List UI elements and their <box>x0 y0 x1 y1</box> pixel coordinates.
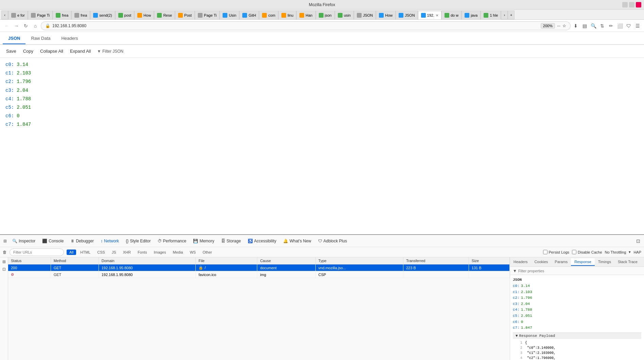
browser-tab-t3[interactable]: frea <box>53 11 71 19</box>
devtools-tab-whats_new[interactable]: 🔔What's New <box>280 237 315 245</box>
persist-logs-checkbox[interactable] <box>543 250 547 254</box>
home-button[interactable]: ⌂ <box>31 22 39 30</box>
network-table-row[interactable]: ⊘GET192.168.1.95:8080favicon.icoimgCSP <box>8 271 510 278</box>
disable-cache-checkbox[interactable] <box>572 250 576 254</box>
browser-tab-t17[interactable]: usin <box>335 11 354 19</box>
maximize-button[interactable] <box>629 2 634 7</box>
devtools-tab-accessibility[interactable]: ♿Accessibility <box>244 237 280 245</box>
edit-icon[interactable]: ✏ <box>607 22 615 30</box>
json-viewer-tab-headers[interactable]: Headers <box>56 33 83 44</box>
response-tab-params[interactable]: Params <box>551 258 571 266</box>
browser-tab-t21[interactable]: 192.✕ <box>418 11 441 19</box>
filter-type-all[interactable]: All <box>67 250 76 255</box>
network-side-icon2[interactable]: ⊡ <box>1 266 7 272</box>
filter-type-html[interactable]: HTML <box>77 250 93 255</box>
tab-prev-button[interactable]: ‹ <box>1 11 8 19</box>
browser-tab-t24[interactable]: 1 hle <box>481 11 501 19</box>
menu-button[interactable]: ☰ <box>634 22 641 30</box>
payload-header[interactable]: ▼ Response Payload <box>513 333 641 339</box>
json-viewer-tab-raw-data[interactable]: Raw Data <box>25 33 56 44</box>
sidebar-icon[interactable]: ▤ <box>581 22 588 30</box>
throttling-dropdown-icon[interactable]: ▾ <box>629 250 631 254</box>
response-tab-cookies[interactable]: Cookies <box>531 258 552 266</box>
response-tab-headers[interactable]: Headers <box>510 258 531 266</box>
close-button[interactable] <box>636 2 641 7</box>
browser-tab-t14[interactable]: linu <box>278 11 296 19</box>
tab-search-icon[interactable]: 🔍 <box>590 22 597 30</box>
response-tab-response[interactable]: Response <box>571 258 595 266</box>
zoom-badge[interactable]: 200% <box>541 23 555 29</box>
forward-button[interactable]: → <box>12 22 20 30</box>
filter-type-fonts[interactable]: Fonts <box>135 250 150 255</box>
browser-tab-t15[interactable]: Han <box>296 11 315 19</box>
filter-type-other[interactable]: Other <box>200 250 215 255</box>
browser-tab-t2[interactable]: Page Ti <box>28 11 53 19</box>
devtools-tab-console[interactable]: ⬛Console <box>39 237 67 245</box>
new-tab-button[interactable]: + <box>508 11 515 19</box>
pocket-icon[interactable]: ⬜ <box>616 22 624 30</box>
network-col-size[interactable]: Size <box>469 257 509 264</box>
json-action-collapse-all[interactable]: Collapse All <box>38 47 65 55</box>
devtools-tab-network[interactable]: ↕Network <box>97 237 122 245</box>
filter-type-media[interactable]: Media <box>170 250 186 255</box>
browser-tab-t23[interactable]: java <box>462 11 481 19</box>
browser-tab-t4[interactable]: frea <box>71 11 90 19</box>
network-col-cause[interactable]: Cause <box>257 257 315 264</box>
json-action-save[interactable]: Save <box>4 47 18 55</box>
browser-tab-t9[interactable]: Post <box>175 11 195 19</box>
filter-type-images[interactable]: Images <box>151 250 169 255</box>
address-bar[interactable]: 🔒 192.168.1.95:8080 200% ··· ☆ <box>41 21 571 30</box>
devtools-dock-button[interactable]: ⊡ <box>634 237 642 245</box>
filter-url-input[interactable] <box>10 248 64 256</box>
browser-tab-t11[interactable]: Usin <box>220 11 239 19</box>
browser-tab-t16[interactable]: json <box>316 11 335 19</box>
disable-cache-group[interactable]: Disable Cache <box>572 250 602 254</box>
json-action-copy[interactable]: Copy <box>21 47 35 55</box>
browser-tab-t1[interactable]: e for <box>8 11 28 19</box>
bookmarks-icon[interactable]: ··· <box>557 23 560 28</box>
network-col-transferred[interactable]: Transferred <box>403 257 469 264</box>
back-button[interactable]: ← <box>3 22 11 30</box>
filter-type-ws[interactable]: WS <box>187 250 198 255</box>
browser-tab-t12[interactable]: GitH <box>239 11 259 19</box>
devtools-tab-performance[interactable]: ⏱Performance <box>154 237 190 245</box>
browser-tab-t6[interactable]: post <box>115 11 135 19</box>
response-tab-stack-trace[interactable]: Stack Trace <box>614 258 641 266</box>
devtools-tab-debugger[interactable]: ⏸Debugger <box>67 237 97 245</box>
json-action-expand-all[interactable]: Expand All <box>68 47 93 55</box>
devtools-side-icon[interactable]: ⊞ <box>2 238 8 244</box>
response-filter-bar[interactable]: ▼ <box>510 267 644 275</box>
adblock-icon[interactable]: 🛡 <box>625 22 632 30</box>
network-col-file[interactable]: File <box>196 257 257 264</box>
synced-tabs-icon[interactable]: ⇅ <box>598 22 606 30</box>
response-filter-input[interactable] <box>518 269 641 273</box>
devtools-tab-memory[interactable]: 💾Memory <box>190 237 217 245</box>
filter-type-css[interactable]: CSS <box>94 250 108 255</box>
tab-close-icon[interactable]: ✕ <box>436 14 438 17</box>
browser-tab-t10[interactable]: Page Ti <box>195 11 220 19</box>
reload-button[interactable]: ↻ <box>22 22 30 30</box>
tab-next-button[interactable]: › <box>501 11 508 19</box>
json-viewer-tab-json[interactable]: JSON <box>3 33 25 44</box>
star-icon[interactable]: ☆ <box>562 23 566 28</box>
network-side-icon1[interactable]: ⊞ <box>1 259 7 265</box>
devtools-tab-storage[interactable]: 🗄Storage <box>218 237 244 245</box>
devtools-tab-style_editor[interactable]: {}Style Editor <box>122 237 154 245</box>
browser-tab-t18[interactable]: JSON <box>354 11 376 19</box>
network-col-domain[interactable]: Domain <box>99 257 196 264</box>
response-tab-timings[interactable]: Timings <box>595 258 614 266</box>
network-col-method[interactable]: Method <box>51 257 99 264</box>
browser-tab-t5[interactable]: send(2) <box>90 11 115 19</box>
filter-type-js[interactable]: JS <box>109 250 119 255</box>
browser-tab-t7[interactable]: How <box>134 11 154 19</box>
browser-tab-t13[interactable]: com <box>259 11 278 19</box>
minimize-button[interactable] <box>622 2 628 7</box>
network-col-status[interactable]: Status <box>8 257 51 264</box>
devtools-tab-adblock[interactable]: 🛡Adblock Plus <box>315 237 350 245</box>
devtools-tab-inspector[interactable]: 🔍Inspector <box>9 237 39 245</box>
downloads-icon[interactable]: ⬇ <box>572 22 579 30</box>
browser-tab-t20[interactable]: JSON <box>396 11 418 19</box>
browser-tab-t19[interactable]: How <box>376 11 396 19</box>
browser-tab-t8[interactable]: Rese <box>154 11 175 19</box>
network-col-type[interactable]: Type <box>315 257 403 264</box>
